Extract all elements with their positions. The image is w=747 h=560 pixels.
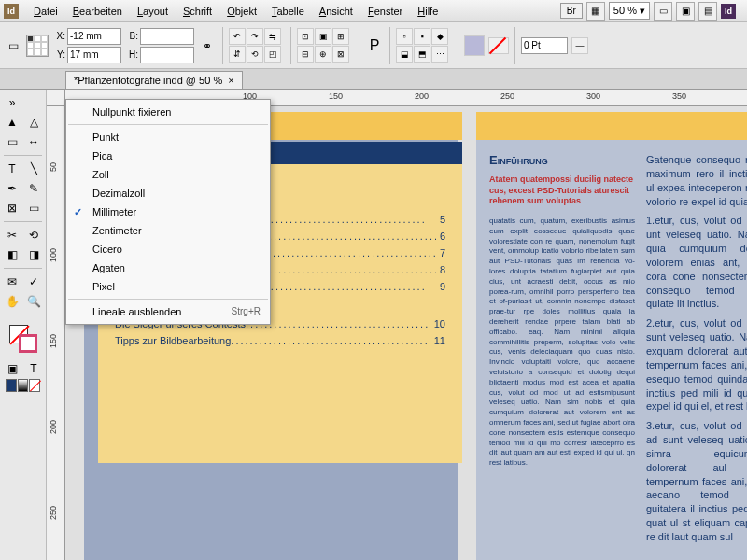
menu-chrift[interactable]: Schrift	[176, 3, 219, 20]
rotate-left-icon[interactable]: ↶	[229, 28, 246, 45]
select-content-icon[interactable]: ⊡	[297, 28, 314, 45]
menu-nsicht[interactable]: Ansicht	[312, 3, 360, 20]
pencil-tool[interactable]: ✎	[23, 179, 44, 198]
ruler-h-tick: 150	[329, 91, 343, 101]
wrap-none-icon[interactable]: ▫	[396, 28, 413, 45]
content-cluster: ⊡ ▣ ⊞ ⊟ ⊕ ⊠	[297, 28, 353, 63]
hand-tool[interactable]: ✋	[2, 292, 22, 311]
reference-point[interactable]	[26, 35, 49, 57]
menubar: Id DateiBearbeitenLayoutSchriftObjektTab…	[0, 0, 747, 22]
ctx-agaten[interactable]: Agaten	[66, 259, 270, 277]
ctx-pica[interactable]: Pica	[66, 147, 270, 165]
ctx-cicero[interactable]: Cicero	[66, 240, 270, 259]
options-icon[interactable]: ⋯	[431, 46, 448, 63]
wrap-column-icon[interactable]: ⬒	[414, 46, 430, 63]
selection-tool[interactable]: ▲	[2, 113, 22, 132]
rotate-right-icon[interactable]: ↷	[247, 28, 263, 45]
ctx-zoll[interactable]: Zoll	[66, 165, 270, 184]
gap-tool[interactable]: ↔	[23, 133, 44, 151]
menu-enster[interactable]: Fenster	[360, 3, 410, 20]
fit-content-icon[interactable]: ⊞	[332, 28, 349, 45]
wrap-shape-icon[interactable]: ◆	[431, 28, 448, 45]
menu-earbeiten[interactable]: Bearbeiten	[65, 3, 130, 20]
zoom-tool[interactable]: 🔍	[23, 292, 44, 311]
apply-color-swatch[interactable]	[6, 379, 17, 392]
arrange-icon[interactable]: ▤	[698, 2, 717, 21]
ruler-v-tick: 150	[49, 334, 58, 348]
rectangle-frame-tool[interactable]: ⊠	[2, 199, 22, 217]
screen-mode-icon[interactable]: ▣	[676, 2, 695, 21]
rectangle-tool[interactable]: ▭	[23, 199, 44, 217]
direct-selection-tool[interactable]: △	[23, 113, 44, 132]
fill-stroke-swatch[interactable]	[9, 325, 37, 353]
ctx-punkt[interactable]: Punkt	[66, 128, 270, 147]
flip-h-icon[interactable]: ⇋	[264, 28, 281, 45]
tool-panel: » ▲ △ ▭ ↔ T ╲ ✒ ✎ ⊠ ▭ ✂ ⟲ ◧ ◨	[0, 90, 47, 560]
stroke-width-input[interactable]	[521, 37, 568, 54]
formatting-container-icon[interactable]: ▣	[2, 359, 22, 378]
expand-icon[interactable]: »	[2, 93, 22, 112]
intro-title: Einführung	[489, 153, 635, 167]
ruler-h-tick: 300	[586, 91, 600, 101]
scissors-tool[interactable]: ✂	[2, 226, 22, 245]
menu-bjekt[interactable]: Objekt	[219, 3, 264, 20]
app-icon: Id	[4, 4, 19, 19]
select-parent-icon[interactable]: ◰	[264, 46, 281, 63]
fill-frame-icon[interactable]: ⊠	[332, 46, 349, 63]
gradient-feather-tool[interactable]: ◨	[23, 245, 44, 264]
ruler-h-tick: 350	[672, 91, 686, 101]
x-input[interactable]	[67, 28, 121, 45]
flip-v-icon[interactable]: ⇵	[229, 46, 246, 63]
page-tool[interactable]: ▭	[2, 133, 22, 151]
ruler-origin[interactable]	[47, 90, 65, 106]
bridge-button[interactable]: Br	[560, 3, 583, 19]
h-input[interactable]	[140, 47, 194, 63]
pen-tool[interactable]: ✒	[2, 179, 22, 198]
menu-atei[interactable]: Datei	[26, 3, 65, 20]
ctx-millimeter[interactable]: ✓Millimeter	[66, 203, 270, 221]
menu-ilfe[interactable]: Hilfe	[410, 3, 445, 20]
paragraph-icon[interactable]: P	[365, 36, 384, 55]
zoom-select[interactable]: 50 % ▾	[609, 2, 650, 20]
apply-none-swatch[interactable]	[29, 379, 40, 392]
ctx-dezimalzoll[interactable]: Dezimalzoll	[66, 184, 270, 203]
stroke-style-icon[interactable]: —	[571, 37, 588, 54]
ctx-zentimeter[interactable]: Zentimeter	[66, 221, 270, 240]
document-tab-bar: *Pflanzenfotografie.indd @ 50 % ×	[0, 69, 747, 90]
vertical-ruler[interactable]: 50100150200250	[47, 106, 65, 560]
document-tab[interactable]: *Pflanzenfotografie.indd @ 50 % ×	[65, 71, 243, 89]
close-icon[interactable]: ×	[228, 75, 233, 86]
line-tool[interactable]: ╲	[23, 160, 44, 178]
center-content-icon[interactable]: ⊕	[315, 46, 331, 63]
transform-cluster: ↶ ↷ ⇋ ⇵ ⟲ ◰	[229, 28, 285, 63]
view-mode-icon[interactable]: ▭	[654, 2, 672, 21]
transform-tool[interactable]: ⟲	[23, 226, 44, 245]
select-container-icon[interactable]: ▣	[315, 28, 331, 45]
type-tool[interactable]: T	[2, 160, 22, 178]
eyedropper-tool[interactable]: ✓	[23, 273, 44, 291]
menu-ayout[interactable]: Layout	[130, 3, 176, 20]
ruler-v-tick: 50	[49, 162, 58, 172]
fit-frame-icon[interactable]: ⊟	[297, 46, 314, 63]
ctx-pixel[interactable]: Pixel	[66, 277, 270, 296]
fill-swatch[interactable]	[464, 35, 485, 56]
ctx-lineale-ausblenden[interactable]: Lineale ausblendenStrg+R	[66, 302, 270, 321]
note-tool[interactable]: ✉	[2, 273, 22, 291]
constrain-icon[interactable]: ⚭	[198, 36, 217, 55]
wrap-cluster: ▫ ▪ ◆ ⬓ ⬒ ⋯	[396, 28, 452, 63]
wrap-bbox-icon[interactable]: ▪	[414, 28, 430, 45]
rotate-90-icon[interactable]: ⟲	[247, 46, 263, 63]
ctx-nullpunkt-fixieren[interactable]: Nullpunkt fixieren	[66, 103, 270, 121]
y-input[interactable]	[67, 47, 121, 63]
menu-abelle[interactable]: Tabelle	[264, 3, 312, 20]
grid-icon[interactable]: ▦	[586, 2, 605, 21]
stroke-swatch[interactable]	[488, 37, 509, 54]
object-icon[interactable]: ▭	[4, 36, 22, 55]
w-input[interactable]	[140, 28, 194, 45]
apply-gradient-swatch[interactable]	[18, 379, 29, 392]
h-label: H:	[125, 49, 138, 60]
wrap-jump-icon[interactable]: ⬓	[396, 46, 413, 63]
ruler-v-tick: 200	[49, 420, 58, 434]
formatting-text-icon[interactable]: T	[23, 359, 44, 378]
gradient-swatch-tool[interactable]: ◧	[2, 245, 22, 264]
